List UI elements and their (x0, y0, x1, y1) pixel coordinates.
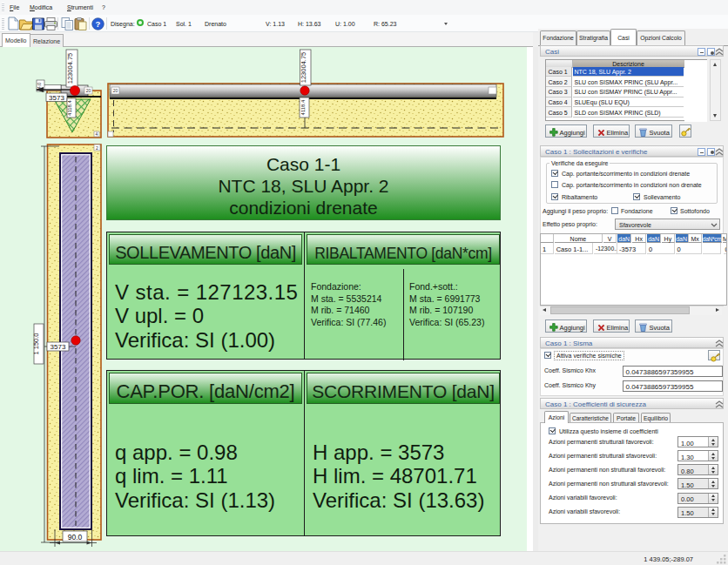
svg-text:20: 20 (86, 88, 91, 93)
svg-text:4118.4: 4118.4 (67, 99, 72, 116)
svg-text:2: 2 (96, 145, 98, 151)
svg-text:4118.4: 4118.4 (300, 99, 306, 116)
svg-text:20: 20 (113, 88, 118, 93)
svg-text:3573: 3573 (49, 94, 64, 102)
svg-text:1 150.0: 1 150.0 (32, 333, 40, 354)
svg-text:3573: 3573 (51, 343, 66, 351)
svg-text:123004.75: 123004.75 (300, 52, 307, 83)
svg-text:90.0: 90.0 (68, 533, 83, 541)
svg-text:?: ? (96, 19, 101, 29)
svg-text:123004.75: 123004.75 (66, 53, 74, 84)
svg-text:4: 4 (96, 131, 98, 137)
